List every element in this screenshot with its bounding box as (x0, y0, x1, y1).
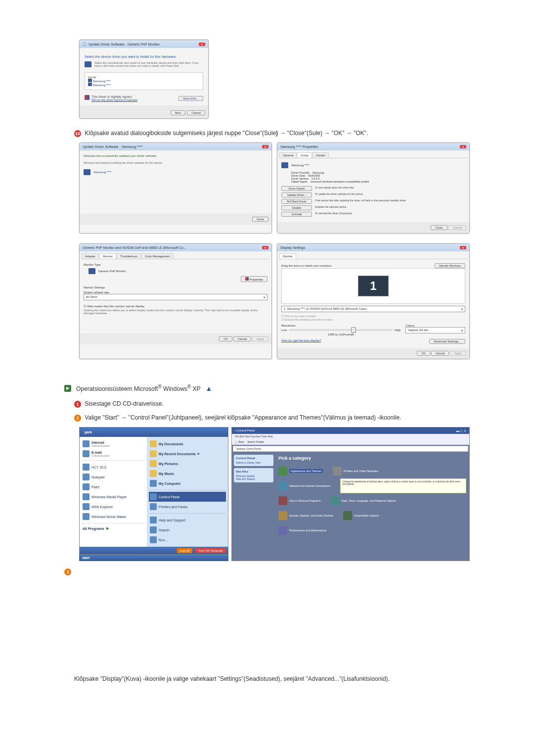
tab-colormgmt[interactable]: Color Management (141, 253, 174, 259)
disable-button[interactable]: Disable (281, 205, 312, 210)
cat-performance[interactable]: Performance and Maintenance (278, 526, 326, 535)
tab-driver[interactable]: Driver (297, 152, 312, 158)
start-item[interactable]: MSN Explorer (82, 502, 145, 512)
cat-network[interactable]: Network and Internet Connections (278, 481, 330, 490)
device-name: Samsung **** (93, 171, 111, 174)
cp-sidebox: See Also Windows Update Help and Support (234, 468, 273, 482)
start-item[interactable]: Windows Media Player (82, 492, 145, 502)
tab-details[interactable]: Details (312, 152, 328, 158)
tab-monitor[interactable]: Monitor (99, 253, 116, 259)
model-item[interactable]: Samsung **** (88, 83, 200, 87)
dialog-title-text: Update Driver Software - Samsung **** (83, 145, 142, 148)
folder-icon (150, 470, 157, 477)
computer-icon (150, 480, 157, 487)
start-item[interactable]: My Documents (149, 439, 226, 449)
apply-button[interactable]: Apply (252, 336, 268, 341)
start-item[interactable]: HCT 10.0 (82, 462, 145, 472)
properties-button[interactable]: Properties (241, 276, 267, 282)
cp-toolbar[interactable]: ◯ Back · · Search Folders (232, 439, 469, 445)
start-item[interactable]: Printers and Faxes (149, 502, 226, 512)
ok-button[interactable]: OK (417, 351, 430, 356)
identify-button[interactable]: Identify Monitors (435, 263, 465, 268)
cp-address[interactable]: Address Control Panel (233, 446, 468, 452)
monitor-icon (84, 169, 90, 175)
best-display-link[interactable]: How do I get the best display? (281, 339, 321, 344)
resolution-slider[interactable] (289, 329, 393, 331)
have-disk-button[interactable]: Have Disk... (178, 96, 203, 101)
cat-accessibility[interactable]: Accessibility Options (343, 511, 379, 520)
start-item[interactable]: Search (149, 525, 226, 535)
chevron-down-icon: ▾ (461, 307, 463, 311)
start-item[interactable]: Run... (149, 535, 226, 545)
xp-step2: 2 Valige "Start" → "Control Panel"(Juhtp… (74, 413, 470, 422)
close-button[interactable]: Close (431, 225, 447, 230)
next-button[interactable]: Next (171, 110, 185, 115)
driver-details-button[interactable]: Driver Details (281, 186, 312, 191)
switch-classic-link[interactable]: Switch to Classic View (236, 461, 271, 464)
apply-button[interactable]: Apply (450, 351, 466, 356)
logoff-button[interactable]: Log Off (177, 548, 193, 553)
cat-appearance[interactable]: Appearance and Themes (278, 467, 323, 475)
start-item[interactable]: Paint (82, 482, 145, 492)
all-programs[interactable]: All Programs ▶ (82, 525, 145, 532)
cp-menu[interactable]: File Edit View Favorites Tools Help (232, 434, 469, 439)
colors-dropdown[interactable]: Highest (32 bit)▾ (405, 327, 465, 333)
bottom-instruction: Klõpsake "Display"(Kuva) -ikoonile ja va… (74, 674, 460, 683)
cancel-button[interactable]: Cancel (187, 110, 205, 115)
start-item[interactable]: My Pictures (149, 459, 226, 469)
uninstall-button[interactable]: Uninstall (281, 212, 312, 217)
start-item[interactable]: Windows Movie Maker (82, 512, 145, 521)
update-driver-button[interactable]: Update Driver... (281, 192, 312, 197)
advanced-button[interactable]: Advanced Settings... (429, 339, 465, 344)
tab-monitor[interactable]: Monitor (279, 253, 296, 259)
monitor-dropdown[interactable]: 1. Samsung **** on NVIDIA GeForce 6600 L… (281, 306, 465, 312)
start-item-email[interactable]: E-mailOutlook Express (82, 449, 145, 459)
display-settings-dialog: Display Settings ✕ Monitor Drag the icon… (277, 243, 470, 359)
chevron-down-icon: ▾ (461, 329, 463, 332)
cat-datetime[interactable]: Date, Time, Language, and Regional Optio… (331, 496, 396, 505)
window-buttons[interactable]: ▬ ▢ ✕ (456, 429, 466, 432)
start-item[interactable]: Help and Support (149, 515, 226, 525)
close-icon[interactable]: ✕ (199, 43, 205, 46)
close-icon[interactable]: ✕ (460, 145, 466, 148)
rollback-button[interactable]: Roll Back Driver (281, 199, 312, 204)
start-item-internet[interactable]: InternetInternet Explorer (82, 439, 145, 449)
resolution-value: 1280 by 1024 pixels (281, 333, 400, 336)
up-arrow-icon[interactable]: ▲ (206, 384, 213, 392)
start-button[interactable]: start (82, 556, 89, 560)
cat-printers[interactable]: Printers and Other Hardware (333, 467, 378, 475)
step-badge-icon: 10 (74, 130, 81, 137)
model-item[interactable]: Samsung **** (88, 79, 200, 83)
shield-icon (85, 95, 89, 100)
folder-icon (150, 460, 157, 467)
start-item[interactable]: My Recent Documents ▸ (149, 449, 226, 459)
back-arrow-icon[interactable]: ◯ (83, 42, 87, 46)
hide-modes-checkbox[interactable]: ☑ (84, 305, 86, 308)
cat-addremove[interactable]: Add or Remove Programs (278, 496, 321, 505)
tabs: Adapter Monitor Troubleshoot Color Manag… (82, 253, 269, 259)
cat-sounds[interactable]: Sounds, Speech, and Audio Devices (278, 511, 333, 520)
close-icon[interactable]: ✕ (262, 246, 268, 249)
arrow-right-icon: ▶ (106, 526, 109, 530)
printer-icon (150, 503, 157, 510)
cancel-button[interactable]: Cancel (233, 336, 252, 341)
close-icon[interactable]: ✕ (262, 145, 268, 148)
ok-button[interactable]: OK (219, 336, 232, 341)
close-icon[interactable]: ✕ (460, 246, 466, 249)
signing-link[interactable]: Tell me why driver signing is important (91, 98, 137, 101)
tabs: General Driver Details (279, 152, 467, 158)
turnoff-button[interactable]: Turn Off Computer (195, 548, 226, 553)
cancel-button[interactable]: Cancel (431, 351, 449, 356)
close-button[interactable]: Close (252, 217, 268, 222)
monitor-preview[interactable]: 1 (358, 276, 389, 296)
help-support-link[interactable]: Help and Support (236, 477, 271, 480)
start-item[interactable]: My Music (149, 469, 226, 478)
start-item[interactable]: My Computer (149, 478, 226, 488)
tab-troubleshoot[interactable]: Troubleshoot (117, 253, 141, 259)
cancel-button[interactable]: Cancel (448, 225, 466, 230)
tab-general[interactable]: General (279, 152, 297, 158)
tab-adapter[interactable]: Adapter (82, 253, 99, 259)
refresh-dropdown[interactable]: 60 Hertz▾ (84, 294, 267, 300)
start-item[interactable]: Notepad (82, 472, 145, 482)
start-item-controlpanel[interactable]: Control Panel (149, 492, 226, 502)
